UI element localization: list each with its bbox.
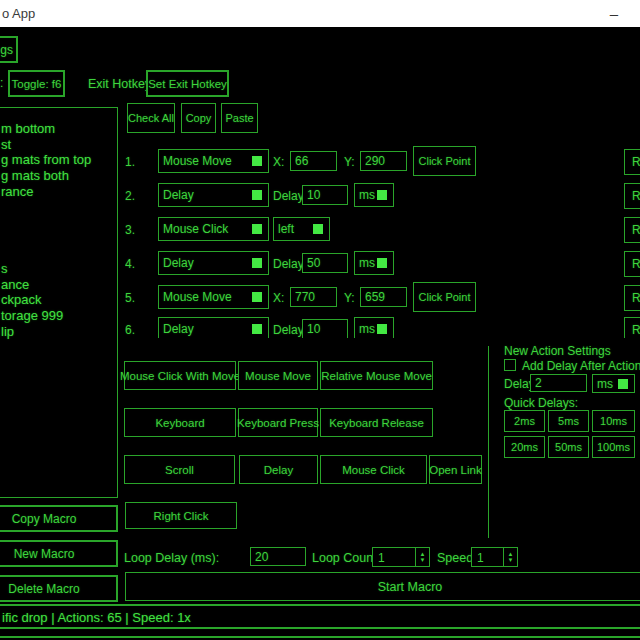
- macro-list-item[interactable]: ckpack: [1, 292, 41, 307]
- loop-delay-input[interactable]: [250, 547, 306, 566]
- minimize-button[interactable]: –: [598, 2, 630, 25]
- quick-delay-button-5ms[interactable]: 5ms: [548, 410, 589, 432]
- delay-value-input[interactable]: [302, 185, 348, 205]
- add-action-button-delay[interactable]: Delay: [239, 455, 318, 484]
- row-delay-label: Delay: [273, 257, 304, 271]
- action-row: 1.Mouse MoveX:Y:Click PointR: [125, 149, 640, 179]
- click-point-button[interactable]: Click Point: [413, 282, 476, 312]
- loop-count-spinner[interactable]: 1 ▲ ▼: [372, 547, 430, 567]
- delay-unit-dropdown-value: ms: [359, 322, 375, 336]
- x-coordinate-input[interactable]: [290, 287, 337, 307]
- delay-unit-dropdown[interactable]: ms: [354, 183, 394, 207]
- new-macro-button[interactable]: New Macro: [0, 540, 118, 567]
- action-type-dropdown[interactable]: Mouse Click: [158, 217, 269, 241]
- macro-list-item[interactable]: s: [1, 261, 8, 276]
- dropdown-indicator-icon: [313, 224, 323, 234]
- speed-spinner[interactable]: 1 ▲ ▼: [471, 547, 518, 567]
- mouse-button-dropdown[interactable]: left: [273, 217, 330, 241]
- remove-action-button[interactable]: R: [624, 285, 640, 311]
- y-coordinate-input[interactable]: [360, 287, 407, 307]
- dropdown-indicator-icon: [377, 190, 387, 200]
- speed-value: 1: [477, 551, 484, 565]
- action-number: 3.: [125, 223, 135, 237]
- quick-delay-button-2ms[interactable]: 2ms: [504, 410, 545, 432]
- add-action-button-scroll[interactable]: Scroll: [124, 455, 235, 484]
- click-point-button[interactable]: Click Point: [413, 146, 476, 176]
- status-bar-top-border: [0, 604, 640, 606]
- copy-macro-button[interactable]: Copy Macro: [0, 505, 118, 532]
- delay-value-input[interactable]: [302, 253, 348, 273]
- quick-delay-button-50ms[interactable]: 50ms: [548, 436, 589, 458]
- macro-list-item[interactable]: torage 999: [1, 308, 63, 323]
- remove-action-button[interactable]: R: [624, 217, 640, 243]
- macro-list-item[interactable]: st: [1, 137, 11, 152]
- macro-list-item[interactable]: ance: [1, 277, 29, 292]
- action-row: 2.DelayDelaymsR: [125, 183, 640, 213]
- action-type-dropdown-value: Delay: [163, 256, 194, 270]
- action-type-dropdown-value: Delay: [163, 188, 194, 202]
- quick-delay-button-10ms[interactable]: 10ms: [592, 410, 635, 432]
- macro-list-item[interactable]: g mats both: [1, 168, 69, 183]
- action-type-dropdown[interactable]: Delay: [158, 317, 269, 338]
- y-label: Y:: [344, 291, 355, 305]
- title-bar: o App –: [0, 0, 640, 27]
- quick-delay-button-20ms[interactable]: 20ms: [504, 436, 545, 458]
- add-action-button-open-link[interactable]: Open Link: [429, 455, 482, 484]
- dropdown-indicator-icon: [252, 258, 262, 268]
- add-action-button-right-click[interactable]: Right Click: [125, 502, 237, 529]
- add-action-button-relative-mouse-move[interactable]: Relative Mouse Move: [320, 361, 433, 390]
- action-list: 1.Mouse MoveX:Y:Click PointR2.DelayDelay…: [125, 140, 640, 338]
- check-all-button[interactable]: Check All: [127, 103, 175, 133]
- delete-macro-button[interactable]: Delete Macro: [0, 575, 118, 602]
- add-action-button-mouse-move[interactable]: Mouse Move: [238, 361, 318, 390]
- copy-button[interactable]: Copy: [181, 103, 216, 133]
- add-action-button-keyboard-release[interactable]: Keyboard Release: [320, 408, 433, 437]
- x-coordinate-input[interactable]: [290, 151, 337, 171]
- remove-action-button[interactable]: R: [624, 183, 640, 209]
- y-label: Y:: [344, 155, 355, 169]
- quick-delay-button-100ms[interactable]: 100ms: [592, 436, 635, 458]
- action-row: 4.DelayDelaymsR: [125, 251, 640, 281]
- remove-action-button[interactable]: R: [624, 317, 640, 338]
- row-delay-label: Delay: [273, 323, 304, 337]
- remove-action-button[interactable]: R: [624, 149, 640, 175]
- delay-value-input[interactable]: [302, 319, 348, 338]
- loop-count-label: Loop Count:: [312, 551, 380, 565]
- action-type-dropdown-value: Mouse Move: [163, 290, 232, 304]
- macro-list-item[interactable]: g mats from top: [1, 152, 91, 167]
- new-action-delay-input[interactable]: [530, 374, 587, 392]
- set-exit-hotkey-button[interactable]: Set Exit Hotkey: [146, 70, 229, 97]
- action-type-dropdown-value: Mouse Move: [163, 154, 232, 168]
- add-action-button-mouse-click-with-move[interactable]: Mouse Click With Move: [124, 361, 236, 390]
- action-number: 2.: [125, 189, 135, 203]
- delay-unit-dropdown-value: ms: [359, 256, 375, 270]
- x-label: X:: [273, 291, 284, 305]
- status-bar-text: ific drop | Actions: 65 | Speed: 1x: [2, 610, 191, 625]
- delay-unit-dropdown[interactable]: ms: [354, 317, 394, 338]
- add-action-button-keyboard-press[interactable]: Keyboard Press: [238, 408, 318, 437]
- action-type-dropdown[interactable]: Delay: [158, 251, 269, 275]
- remove-action-button[interactable]: R: [624, 251, 640, 277]
- spinner-down-icon[interactable]: ▼: [508, 557, 514, 563]
- macro-list-item[interactable]: m bottom: [1, 121, 55, 136]
- dropdown-indicator-icon: [377, 258, 387, 268]
- y-coordinate-input[interactable]: [360, 151, 407, 171]
- add-action-button-keyboard[interactable]: Keyboard: [124, 408, 236, 437]
- action-row: 3.Mouse ClickleftR: [125, 217, 640, 247]
- spinner-down-icon[interactable]: ▼: [420, 557, 426, 563]
- delay-unit-dropdown[interactable]: ms: [354, 251, 394, 275]
- action-type-dropdown[interactable]: Delay: [158, 183, 269, 207]
- add-action-button-mouse-click[interactable]: Mouse Click: [320, 455, 427, 484]
- start-macro-button[interactable]: Start Macro: [125, 572, 640, 601]
- add-delay-checkbox[interactable]: [504, 359, 516, 371]
- macro-list-item[interactable]: lip: [1, 324, 14, 339]
- macro-list-item[interactable]: rance: [1, 184, 34, 199]
- action-type-dropdown[interactable]: Mouse Move: [158, 149, 269, 173]
- status-bar-bottom-border: [0, 627, 640, 629]
- new-action-delay-unit-dropdown[interactable]: ms: [592, 374, 635, 393]
- toggle-hotkey-button[interactable]: Toggle: f6: [8, 70, 65, 97]
- action-type-dropdown[interactable]: Mouse Move: [158, 285, 269, 309]
- settings-button[interactable]: gs: [0, 36, 18, 63]
- paste-button[interactable]: Paste: [221, 103, 258, 133]
- vertical-separator: [488, 346, 489, 538]
